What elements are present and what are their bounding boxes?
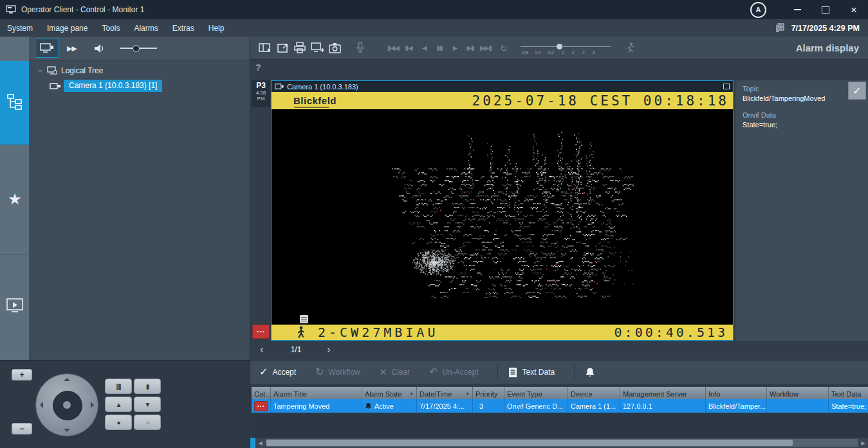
clear-button[interactable]: ✕ Clear: [380, 368, 410, 377]
jump-start-button[interactable]: ▮◀◀: [385, 44, 401, 51]
horizontal-scrollbar[interactable]: ◀ ▶: [255, 438, 868, 448]
ptz-zoom-out-button[interactable]: −: [12, 423, 32, 435]
cell-workflow: [767, 399, 829, 413]
menu-item-extras[interactable]: Extras: [165, 19, 201, 37]
volume-slider[interactable]: [120, 45, 157, 51]
live-view-toggle[interactable]: [35, 39, 59, 58]
ptz-panel: + − |||| ▮ ▲ ▼ ● ○: [0, 360, 250, 448]
splitter-handle[interactable]: [250, 438, 255, 448]
step-forward-button[interactable]: ▶▮: [463, 44, 478, 51]
tab-favorites[interactable]: ★: [6, 191, 23, 208]
ptz-iris-close-button[interactable]: ▼: [134, 397, 161, 412]
snapshot-button[interactable]: [326, 39, 344, 57]
state-filter-caret[interactable]: ▼: [407, 391, 414, 396]
alarm-bell-button[interactable]: [585, 367, 595, 378]
pane-maximize-icon[interactable]: [723, 84, 730, 89]
user-badge[interactable]: A: [750, 2, 766, 18]
col-priority[interactable]: Priority: [473, 387, 504, 399]
pause-button[interactable]: ▮▮: [432, 44, 447, 51]
menu-item-image-pane[interactable]: Image pane: [40, 19, 95, 37]
col-datetime[interactable]: Date/Time▼: [417, 387, 473, 399]
scrollbar-thumb[interactable]: [266, 440, 793, 446]
joystick-down-arrow[interactable]: [64, 429, 70, 432]
row-category-button[interactable]: ...: [254, 401, 268, 411]
ptz-preset-1-button[interactable]: ●: [105, 415, 132, 430]
joystick-center[interactable]: [53, 391, 82, 420]
unaccept-button[interactable]: ↶ Un-Accept: [429, 367, 478, 377]
tree-camera-row[interactable]: Camera 1 (10.0.3.183) [1]: [29, 80, 250, 92]
col-workflow[interactable]: Workflow: [767, 387, 829, 399]
audio-icon[interactable]: [93, 43, 106, 54]
col-info[interactable]: Info: [706, 387, 767, 399]
joystick-right-arrow[interactable]: [91, 402, 94, 408]
ptz-zoom-in-button[interactable]: +: [12, 369, 32, 381]
col-device[interactable]: Device: [568, 387, 620, 399]
scroll-right-button[interactable]: ▶: [858, 440, 868, 446]
joystick-left-arrow[interactable]: [40, 402, 43, 408]
menu-item-help[interactable]: Help: [201, 19, 232, 37]
tab-bookmarks[interactable]: [5, 297, 24, 314]
onvif-data-value: State=true;: [743, 121, 777, 129]
panel-divider[interactable]: [250, 37, 250, 448]
send-to-monitor-button[interactable]: [309, 39, 326, 57]
pane-title: Camera 1 (10.0.3.183): [287, 83, 358, 91]
menu-item-system[interactable]: System: [0, 19, 40, 37]
jump-end-button[interactable]: ▶▶▮: [478, 44, 494, 51]
col-event-type[interactable]: Event Type: [504, 387, 568, 399]
monitor-play-icon: [6, 298, 24, 313]
pane-more-button[interactable]: ...: [252, 325, 270, 339]
image-pane-layout-button[interactable]: [257, 39, 274, 57]
maximize-pane-button[interactable]: [274, 39, 291, 57]
scroll-left-button[interactable]: ◀: [255, 440, 265, 446]
close-button[interactable]: ×: [840, 0, 868, 19]
star-icon: ★: [8, 190, 22, 208]
ptz-preset-2-button[interactable]: ○: [134, 415, 161, 430]
ptz-focus-far-button[interactable]: ||||: [105, 379, 132, 394]
menu-item-alarms[interactable]: Alarms: [127, 19, 165, 37]
print-button[interactable]: [291, 39, 309, 57]
instant-playback-button[interactable]: ▶▶: [67, 44, 77, 53]
cell-datetime: 7/17/2025 4:...: [417, 399, 473, 413]
audio-mic-button[interactable]: [351, 39, 369, 57]
ptz-iris-open-button[interactable]: ▲: [105, 397, 132, 412]
brand-logo: Blickfeld: [293, 95, 337, 106]
textdata-button[interactable]: Text Data: [508, 367, 555, 378]
col-text-data[interactable]: Text Data: [829, 387, 868, 399]
page-next-button[interactable]: ›: [319, 344, 338, 355]
ptz-focus-near-button[interactable]: ▮: [134, 379, 161, 394]
accept-button[interactable]: ✓ Accept: [259, 367, 296, 377]
scrollbar-track[interactable]: [266, 439, 858, 447]
col-alarm-state[interactable]: Alarm State▼: [362, 387, 417, 399]
speed-label: 1: [562, 49, 564, 55]
expander-icon[interactable]: −: [37, 66, 43, 75]
ptz-joystick[interactable]: [35, 373, 98, 436]
tree-camera-item[interactable]: Camera 1 (10.0.3.183) [1]: [64, 80, 162, 92]
video-pane[interactable]: Camera 1 (10.0.3.183) Blickfeld 2025-07-…: [271, 80, 734, 341]
joystick-knob[interactable]: [63, 401, 71, 409]
workflow-button[interactable]: ↻ Workflow: [315, 367, 360, 377]
ack-checkbox[interactable]: ✓: [848, 82, 866, 100]
volume-slider-thumb[interactable]: [133, 45, 140, 52]
col-category[interactable]: Cat...: [252, 387, 271, 399]
play-button[interactable]: ▶: [447, 44, 463, 51]
tree-root-row[interactable]: − Logical Tree: [29, 66, 250, 75]
page-prev-button[interactable]: ‹: [252, 344, 272, 355]
step-back-button[interactable]: ▮◀: [401, 44, 416, 51]
speed-slider-thumb[interactable]: [557, 44, 562, 49]
col-management-server[interactable]: Management Server: [620, 387, 706, 399]
col-alarm-title[interactable]: Alarm Title: [271, 387, 362, 399]
menu-item-tools[interactable]: Tools: [95, 19, 127, 37]
minimize-button[interactable]: [783, 0, 811, 19]
speed-label: 4: [582, 49, 585, 55]
joystick-up-arrow[interactable]: [64, 378, 70, 381]
cell-alarm-title: Tampering Moved: [271, 399, 362, 413]
alarm-table-row[interactable]: ... Tampering Moved Active 7/17/2025 4:.…: [252, 399, 868, 413]
loop-button[interactable]: ↻: [500, 43, 508, 53]
datetime-filter-caret[interactable]: ▼: [463, 391, 470, 396]
maximize-button[interactable]: [811, 0, 840, 19]
speed-slider[interactable]: 1/8 1/4 1/2 1 2 4 8: [521, 39, 622, 58]
camera-monitor-icon: [40, 42, 54, 54]
walking-person-icon: [296, 326, 306, 339]
play-reverse-button[interactable]: ◀: [416, 44, 432, 51]
help-icon[interactable]: ?: [255, 62, 261, 73]
